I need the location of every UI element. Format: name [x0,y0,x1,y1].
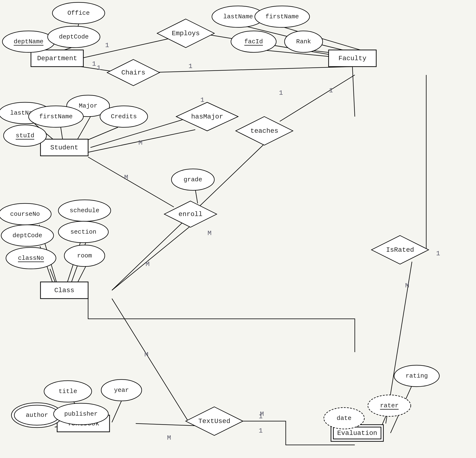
svg-text:1: 1 [259,413,263,420]
stuid-label: stuId [16,132,34,139]
deptcode-label: deptCode [59,33,89,41]
svg-text:1: 1 [97,64,101,72]
rater-label: rater [380,402,399,409]
chairs-label: Chairs [121,69,145,76]
credits-label: Credits [111,113,137,120]
title-label: title [59,388,77,395]
class-deptcode-label: deptCode [13,232,42,239]
office-label: Office [67,9,90,17]
svg-text:1: 1 [189,63,193,70]
svg-line-32 [112,226,190,290]
publisher-label: publisher [64,410,98,417]
employs-label: Employs [172,30,200,37]
svg-text:1: 1 [329,87,333,94]
author-label: author [26,412,48,419]
student-firstname-label: firstName [39,113,73,120]
svg-line-31 [195,189,198,203]
svg-text:M: M [146,260,150,268]
svg-text:1: 1 [201,96,204,104]
hasMajor-label: hasMajor [191,113,223,120]
facid-label: facId [244,38,263,45]
svg-line-29 [88,157,174,207]
svg-text:M: M [405,282,409,289]
grade-label: grade [184,176,202,183]
svg-text:1: 1 [279,89,283,97]
svg-line-56 [112,401,121,422]
svg-line-40 [112,299,188,421]
svg-text:1: 1 [105,42,109,49]
svg-line-13 [146,67,352,73]
svg-text:M: M [208,230,212,237]
svg-text:1: 1 [92,60,96,67]
faculty-lastname-label: lastName [223,13,253,20]
student-label: Student [50,144,78,151]
enroll-label: enroll [178,211,203,218]
svg-text:1: 1 [436,250,440,257]
svg-line-15 [352,67,355,117]
teaches-label: teaches [250,127,278,135]
svg-line-42 [136,424,200,426]
svg-text:M: M [139,139,143,147]
courseno-label: courseNo [10,211,40,218]
textused-label: TextUsed [198,417,230,425]
svg-text:M: M [167,434,171,441]
svg-text:1: 1 [259,427,263,434]
evaluation-label: Evaluation [337,429,377,437]
department-label: Department [37,55,77,62]
rank-label: Rank [296,38,311,45]
deptname-label: deptName [14,38,43,45]
schedule-label: schedule [70,207,100,214]
year-label: year [114,387,129,394]
israted-label: IsRated [386,246,414,254]
rating-label: rating [406,372,428,380]
classno-label: classNo [18,255,44,262]
svg-text:M: M [144,351,149,358]
svg-text:M: M [124,174,128,181]
class-label: Class [54,287,74,294]
room-label: room [77,252,92,259]
faculty-firstname-label: firstName [265,13,299,20]
date-label: date [337,415,351,422]
svg-line-25 [280,75,355,121]
major-label: Major [79,102,97,109]
section-label: section [70,228,96,235]
faculty-label: Faculty [338,55,366,62]
